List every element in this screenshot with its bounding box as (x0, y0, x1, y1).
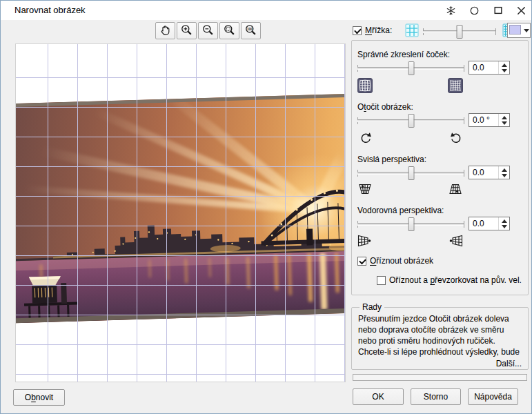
lens-distortion-label: Správné zkreslení čoček: (357, 50, 450, 59)
zoom-in-icon (180, 23, 193, 39)
vertical-perspective-slider-thumb[interactable] (408, 166, 414, 180)
zoom-to-fit-button[interactable] (219, 22, 239, 39)
pan-tool-icon (159, 23, 172, 39)
zoom-in-button[interactable] (177, 22, 197, 39)
zoom-out-icon (201, 23, 215, 39)
grid-color-swatch (509, 25, 521, 34)
chevron-down-icon[interactable] (522, 23, 530, 37)
grid-spacing-slider-thumb[interactable] (457, 25, 463, 39)
horizontal-perspective-label: Vodorovná perspektiva: (357, 206, 444, 215)
rotate-image-spin-buttons[interactable] (498, 114, 509, 126)
zoom-out-button[interactable] (198, 22, 218, 39)
maximize-icon[interactable] (492, 5, 504, 17)
vertical-perspective-value[interactable]: 0.0 (469, 166, 498, 179)
cancel-button[interactable]: Storno (411, 388, 461, 405)
rotate-image-label: Otočit obrázek: (357, 102, 413, 112)
zoom-100-icon: 100 (244, 23, 257, 39)
lens-distortion-spin-buttons[interactable] (498, 61, 509, 74)
tips-legend: Rady (359, 302, 384, 312)
titlebar: Narovnat obrázek (1, 1, 531, 20)
coarse-grid-icon (405, 23, 419, 39)
vertical-perspective-label: Svislá perspektiva: (357, 155, 426, 164)
straighten-image-dialog: Narovnat obrázek (0, 0, 532, 414)
horizontal-perspective-value[interactable]: 0.0 (469, 217, 498, 230)
vertical-perspective-bottom-icon (448, 181, 463, 199)
reset-button[interactable]: Obnovit (13, 389, 65, 406)
crop-resample-checkbox[interactable] (377, 276, 386, 285)
help-button[interactable]: Nápověda (468, 388, 518, 405)
ok-button[interactable]: OK (353, 388, 404, 405)
zoom-100-button[interactable]: 100 (241, 22, 261, 39)
vertical-perspective-spin-buttons[interactable] (498, 166, 509, 179)
crop-image-checkbox[interactable] (357, 257, 366, 266)
svg-text:100: 100 (247, 27, 253, 30)
rotate-image-slider[interactable] (357, 114, 464, 128)
tips-more-link[interactable]: Další... (358, 359, 522, 368)
zoom-toolbar: 100 (155, 22, 261, 39)
rotate-right-icon (449, 131, 464, 148)
lens-distortion-slider[interactable] (357, 61, 464, 75)
progress-bar (353, 374, 527, 381)
tips-text: Přesunutím jezdce Otočit obrázek doleva … (358, 313, 522, 357)
lens-distortion-slider-thumb[interactable] (408, 61, 414, 75)
horizontal-perspective-spinbox[interactable]: 0.0 (469, 217, 510, 230)
vertical-perspective-spinbox[interactable]: 0.0 (469, 166, 510, 179)
rotate-left-icon (358, 131, 373, 148)
grid-spacing-slider[interactable] (423, 25, 496, 39)
rotate-image-spinbox[interactable]: 0.0 ° (469, 113, 510, 127)
preview-canvas[interactable] (15, 43, 346, 382)
vertical-perspective-top-icon (357, 181, 373, 199)
tips-groupbox: Rady Přesunutím jezdce Otočit obrázek do… (351, 302, 529, 370)
horizontal-perspective-left-icon (356, 234, 374, 250)
horizontal-perspective-slider-thumb[interactable] (408, 217, 414, 231)
pincushion-distortion-icon (448, 78, 463, 95)
lens-distortion-value[interactable]: 0.0 (469, 61, 498, 74)
pan-tool-button[interactable] (155, 22, 175, 39)
city-bridge-scene (15, 94, 346, 324)
horizontal-perspective-right-icon (446, 234, 464, 250)
dialog-title: Narovnat obrázek (14, 5, 86, 15)
grid-checkbox-label[interactable]: Mřížka: (365, 26, 392, 35)
rotate-image-value[interactable]: 0.0 ° (469, 114, 498, 126)
vertical-perspective-slider[interactable] (357, 166, 464, 180)
crop-image-checkbox-label[interactable]: Oříznout obrázek (370, 256, 433, 266)
circle-icon[interactable] (469, 5, 480, 17)
close-icon[interactable] (515, 5, 527, 17)
preview-photo (15, 94, 346, 324)
horizontal-perspective-slider[interactable] (357, 217, 464, 231)
lens-distortion-spinbox[interactable]: 0.0 (469, 61, 510, 75)
grid-color-dropdown[interactable] (507, 23, 531, 38)
crop-resample-checkbox-label[interactable]: Oříznout a převzorkovat na pův. vel. (389, 275, 522, 285)
grid-checkbox[interactable] (353, 26, 362, 35)
snowflake-icon[interactable] (445, 5, 457, 17)
rotate-image-slider-thumb[interactable] (408, 114, 414, 128)
horizontal-perspective-spin-buttons[interactable] (498, 217, 509, 230)
barrel-distortion-icon (357, 78, 373, 95)
zoom-to-fit-icon (223, 23, 236, 39)
